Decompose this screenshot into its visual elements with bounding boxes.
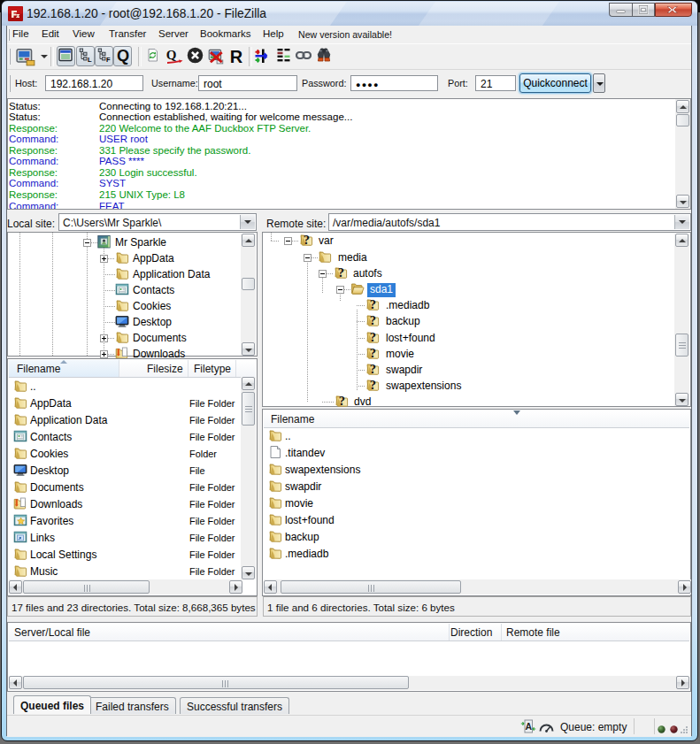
svg-text:L: L xyxy=(88,56,92,64)
svg-text:Q: Q xyxy=(166,48,177,62)
svg-text:R: R xyxy=(230,47,243,66)
svg-text:Q: Q xyxy=(117,47,129,65)
svg-text:A: A xyxy=(525,721,532,732)
svg-text:F: F xyxy=(106,56,111,64)
